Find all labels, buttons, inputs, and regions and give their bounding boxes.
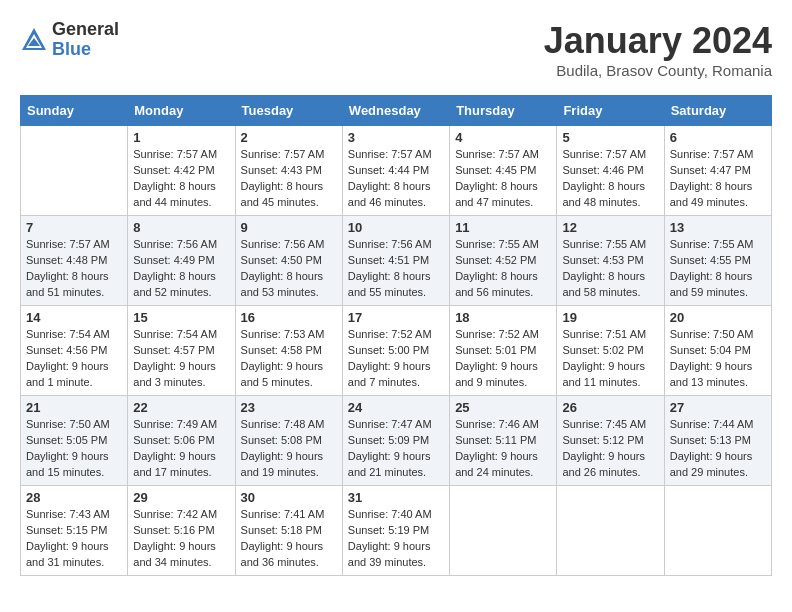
day-detail: Sunrise: 7:55 AM Sunset: 4:55 PM Dayligh… [670,237,766,301]
calendar-cell: 18Sunrise: 7:52 AM Sunset: 5:01 PM Dayli… [450,306,557,396]
calendar-cell [664,486,771,576]
weekday-header-monday: Monday [128,96,235,126]
logo-blue-text: Blue [52,40,119,60]
location: Budila, Brasov County, Romania [544,62,772,79]
day-number: 3 [348,130,444,145]
day-detail: Sunrise: 7:54 AM Sunset: 4:56 PM Dayligh… [26,327,122,391]
weekday-header-wednesday: Wednesday [342,96,449,126]
day-number: 25 [455,400,551,415]
calendar-cell: 9Sunrise: 7:56 AM Sunset: 4:50 PM Daylig… [235,216,342,306]
day-number: 12 [562,220,658,235]
day-detail: Sunrise: 7:49 AM Sunset: 5:06 PM Dayligh… [133,417,229,481]
calendar-table: SundayMondayTuesdayWednesdayThursdayFrid… [20,95,772,576]
week-row-3: 14Sunrise: 7:54 AM Sunset: 4:56 PM Dayli… [21,306,772,396]
day-number: 31 [348,490,444,505]
day-detail: Sunrise: 7:44 AM Sunset: 5:13 PM Dayligh… [670,417,766,481]
month-title: January 2024 [544,20,772,62]
calendar-cell: 21Sunrise: 7:50 AM Sunset: 5:05 PM Dayli… [21,396,128,486]
weekday-header-thursday: Thursday [450,96,557,126]
calendar-cell: 16Sunrise: 7:53 AM Sunset: 4:58 PM Dayli… [235,306,342,396]
calendar-cell: 14Sunrise: 7:54 AM Sunset: 4:56 PM Dayli… [21,306,128,396]
day-detail: Sunrise: 7:55 AM Sunset: 4:53 PM Dayligh… [562,237,658,301]
calendar-cell: 28Sunrise: 7:43 AM Sunset: 5:15 PM Dayli… [21,486,128,576]
logo-general-text: General [52,20,119,40]
calendar-cell: 11Sunrise: 7:55 AM Sunset: 4:52 PM Dayli… [450,216,557,306]
day-detail: Sunrise: 7:55 AM Sunset: 4:52 PM Dayligh… [455,237,551,301]
calendar-cell: 29Sunrise: 7:42 AM Sunset: 5:16 PM Dayli… [128,486,235,576]
day-number: 26 [562,400,658,415]
calendar-cell: 30Sunrise: 7:41 AM Sunset: 5:18 PM Dayli… [235,486,342,576]
day-detail: Sunrise: 7:56 AM Sunset: 4:50 PM Dayligh… [241,237,337,301]
day-number: 1 [133,130,229,145]
calendar-cell: 2Sunrise: 7:57 AM Sunset: 4:43 PM Daylig… [235,126,342,216]
day-number: 8 [133,220,229,235]
day-detail: Sunrise: 7:52 AM Sunset: 5:00 PM Dayligh… [348,327,444,391]
day-number: 7 [26,220,122,235]
calendar-cell [450,486,557,576]
calendar-cell: 6Sunrise: 7:57 AM Sunset: 4:47 PM Daylig… [664,126,771,216]
day-number: 23 [241,400,337,415]
calendar-cell: 23Sunrise: 7:48 AM Sunset: 5:08 PM Dayli… [235,396,342,486]
day-number: 13 [670,220,766,235]
weekday-header-tuesday: Tuesday [235,96,342,126]
calendar-cell: 12Sunrise: 7:55 AM Sunset: 4:53 PM Dayli… [557,216,664,306]
calendar-cell: 31Sunrise: 7:40 AM Sunset: 5:19 PM Dayli… [342,486,449,576]
calendar-cell: 25Sunrise: 7:46 AM Sunset: 5:11 PM Dayli… [450,396,557,486]
day-detail: Sunrise: 7:54 AM Sunset: 4:57 PM Dayligh… [133,327,229,391]
day-number: 19 [562,310,658,325]
week-row-5: 28Sunrise: 7:43 AM Sunset: 5:15 PM Dayli… [21,486,772,576]
day-detail: Sunrise: 7:56 AM Sunset: 4:49 PM Dayligh… [133,237,229,301]
day-number: 24 [348,400,444,415]
day-number: 28 [26,490,122,505]
day-detail: Sunrise: 7:41 AM Sunset: 5:18 PM Dayligh… [241,507,337,571]
day-detail: Sunrise: 7:46 AM Sunset: 5:11 PM Dayligh… [455,417,551,481]
day-number: 4 [455,130,551,145]
day-detail: Sunrise: 7:57 AM Sunset: 4:48 PM Dayligh… [26,237,122,301]
logo-icon [20,26,48,54]
day-number: 2 [241,130,337,145]
day-number: 11 [455,220,551,235]
day-number: 14 [26,310,122,325]
day-number: 6 [670,130,766,145]
calendar-cell: 3Sunrise: 7:57 AM Sunset: 4:44 PM Daylig… [342,126,449,216]
calendar-cell: 26Sunrise: 7:45 AM Sunset: 5:12 PM Dayli… [557,396,664,486]
calendar-cell: 27Sunrise: 7:44 AM Sunset: 5:13 PM Dayli… [664,396,771,486]
day-detail: Sunrise: 7:50 AM Sunset: 5:04 PM Dayligh… [670,327,766,391]
day-number: 16 [241,310,337,325]
logo: General Blue [20,20,119,60]
week-row-4: 21Sunrise: 7:50 AM Sunset: 5:05 PM Dayli… [21,396,772,486]
day-detail: Sunrise: 7:53 AM Sunset: 4:58 PM Dayligh… [241,327,337,391]
day-detail: Sunrise: 7:47 AM Sunset: 5:09 PM Dayligh… [348,417,444,481]
calendar-cell: 1Sunrise: 7:57 AM Sunset: 4:42 PM Daylig… [128,126,235,216]
day-detail: Sunrise: 7:43 AM Sunset: 5:15 PM Dayligh… [26,507,122,571]
day-number: 21 [26,400,122,415]
day-detail: Sunrise: 7:51 AM Sunset: 5:02 PM Dayligh… [562,327,658,391]
calendar-cell: 8Sunrise: 7:56 AM Sunset: 4:49 PM Daylig… [128,216,235,306]
day-detail: Sunrise: 7:45 AM Sunset: 5:12 PM Dayligh… [562,417,658,481]
day-number: 22 [133,400,229,415]
calendar-cell: 7Sunrise: 7:57 AM Sunset: 4:48 PM Daylig… [21,216,128,306]
day-number: 10 [348,220,444,235]
day-number: 29 [133,490,229,505]
day-number: 30 [241,490,337,505]
calendar-cell [557,486,664,576]
day-number: 20 [670,310,766,325]
week-row-2: 7Sunrise: 7:57 AM Sunset: 4:48 PM Daylig… [21,216,772,306]
calendar-cell: 17Sunrise: 7:52 AM Sunset: 5:00 PM Dayli… [342,306,449,396]
day-detail: Sunrise: 7:57 AM Sunset: 4:45 PM Dayligh… [455,147,551,211]
calendar-cell: 15Sunrise: 7:54 AM Sunset: 4:57 PM Dayli… [128,306,235,396]
day-detail: Sunrise: 7:57 AM Sunset: 4:47 PM Dayligh… [670,147,766,211]
day-detail: Sunrise: 7:57 AM Sunset: 4:44 PM Dayligh… [348,147,444,211]
day-number: 27 [670,400,766,415]
title-area: January 2024 Budila, Brasov County, Roma… [544,20,772,79]
day-number: 18 [455,310,551,325]
calendar-cell: 24Sunrise: 7:47 AM Sunset: 5:09 PM Dayli… [342,396,449,486]
day-detail: Sunrise: 7:57 AM Sunset: 4:46 PM Dayligh… [562,147,658,211]
weekday-header-row: SundayMondayTuesdayWednesdayThursdayFrid… [21,96,772,126]
weekday-header-saturday: Saturday [664,96,771,126]
day-detail: Sunrise: 7:52 AM Sunset: 5:01 PM Dayligh… [455,327,551,391]
day-detail: Sunrise: 7:48 AM Sunset: 5:08 PM Dayligh… [241,417,337,481]
day-detail: Sunrise: 7:40 AM Sunset: 5:19 PM Dayligh… [348,507,444,571]
weekday-header-sunday: Sunday [21,96,128,126]
weekday-header-friday: Friday [557,96,664,126]
